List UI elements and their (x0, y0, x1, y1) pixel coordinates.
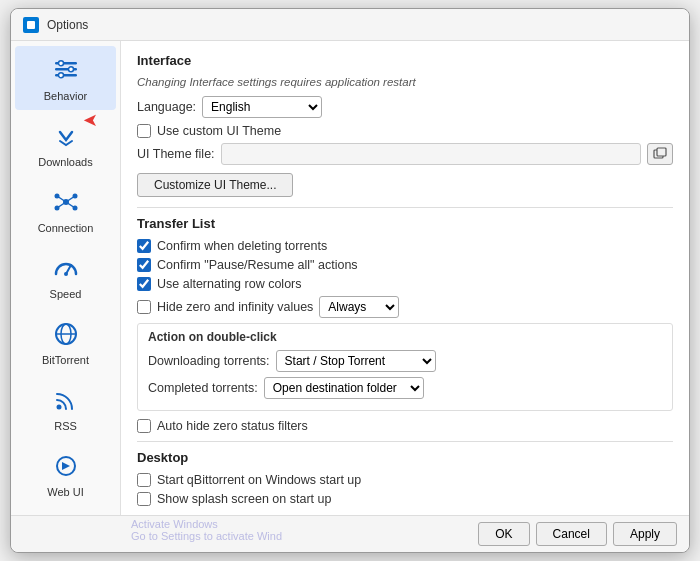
rss-icon (50, 384, 82, 416)
divider-2 (137, 441, 673, 442)
speed-icon (50, 252, 82, 284)
sidebar-label-behavior: Behavior (44, 90, 87, 102)
custom-theme-label[interactable]: Use custom UI Theme (157, 124, 281, 138)
hide-zero-row: Hide zero and infinity values Always (137, 296, 673, 318)
sidebar-label-rss: RSS (54, 420, 77, 432)
options-window: Options Behavior (10, 8, 690, 553)
svg-rect-0 (27, 21, 35, 29)
apply-button[interactable]: Apply (613, 522, 677, 546)
confirm-pause-checkbox[interactable] (137, 258, 151, 272)
show-splash-label[interactable]: Show splash screen on start up (157, 492, 331, 506)
ok-button[interactable]: OK (478, 522, 529, 546)
hide-zero-select[interactable]: Always (319, 296, 399, 318)
svg-line-12 (57, 196, 66, 202)
sidebar-item-downloads[interactable]: Downloads (15, 112, 116, 176)
svg-point-5 (68, 67, 73, 72)
svg-line-15 (66, 202, 75, 208)
sidebar-wrapper: Behavior Downloads (11, 41, 121, 515)
title-bar: Options (11, 9, 689, 41)
sidebar-item-connection[interactable]: Connection (15, 178, 116, 242)
sidebar-label-bittorrent: BitTorrent (42, 354, 89, 366)
interface-notice: Changing Interface settings requires app… (137, 76, 673, 88)
svg-point-21 (56, 405, 61, 410)
sidebar-item-rss[interactable]: RSS (15, 376, 116, 440)
svg-point-6 (58, 73, 63, 78)
window-title: Options (47, 18, 88, 32)
custom-theme-row: Use custom UI Theme (137, 124, 673, 138)
svg-point-4 (58, 61, 63, 66)
sidebar-item-speed[interactable]: Speed (15, 244, 116, 308)
sidebar-item-webui[interactable]: Web UI (15, 442, 116, 506)
auto-hide-checkbox[interactable] (137, 419, 151, 433)
sidebar: Behavior Downloads (11, 41, 121, 515)
desktop-section-title: Desktop (137, 450, 673, 469)
sidebar-label-connection: Connection (38, 222, 94, 234)
custom-theme-checkbox[interactable] (137, 124, 151, 138)
svg-rect-25 (657, 148, 666, 156)
sidebar-item-advanced[interactable]: Advanced (15, 508, 116, 515)
confirm-delete-checkbox[interactable] (137, 239, 151, 253)
app-icon (23, 17, 39, 33)
language-row: Language: English (137, 96, 673, 118)
downloads-icon (50, 120, 82, 152)
auto-hide-label[interactable]: Auto hide zero status filters (157, 419, 308, 433)
alternating-colors-checkbox[interactable] (137, 277, 151, 291)
alternating-colors-row: Use alternating row colors (137, 277, 673, 291)
confirm-delete-label[interactable]: Confirm when deleting torrents (157, 239, 327, 253)
ui-theme-file-row: UI Theme file: (137, 143, 673, 165)
start-qbittorrent-checkbox[interactable] (137, 473, 151, 487)
customize-theme-button[interactable]: Customize UI Theme... (137, 173, 293, 197)
language-select[interactable]: English (202, 96, 322, 118)
action-double-click-title: Action on double-click (148, 330, 662, 344)
ui-theme-file-label: UI Theme file: (137, 147, 215, 161)
footer: Activate WindowsGo to Settings to activa… (11, 515, 689, 552)
hide-zero-label[interactable]: Hide zero and infinity values (157, 300, 313, 314)
start-qbittorrent-label[interactable]: Start qBittorrent on Windows start up (157, 473, 361, 487)
svg-line-14 (57, 202, 66, 208)
downloading-select[interactable]: Start / Stop Torrent (276, 350, 436, 372)
sidebar-item-bittorrent[interactable]: BitTorrent (15, 310, 116, 374)
bittorrent-icon (50, 318, 82, 350)
confirm-pause-label[interactable]: Confirm "Pause/Resume all" actions (157, 258, 358, 272)
language-label: Language: (137, 100, 196, 114)
svg-line-13 (66, 196, 75, 202)
main-panel: Interface Changing Interface settings re… (121, 41, 689, 515)
svg-point-17 (64, 272, 68, 276)
completed-select[interactable]: Open destination folder (264, 377, 424, 399)
confirm-delete-row: Confirm when deleting torrents (137, 239, 673, 253)
downloading-torrents-row: Downloading torrents: Start / Stop Torre… (148, 350, 662, 372)
show-splash-row: Show splash screen on start up (137, 492, 673, 506)
webui-icon (50, 450, 82, 482)
sidebar-label-downloads: Downloads (38, 156, 92, 168)
transfer-list-section-title: Transfer List (137, 216, 673, 235)
completed-label: Completed torrents: (148, 381, 258, 395)
activate-watermark: Activate WindowsGo to Settings to activa… (131, 518, 282, 542)
show-splash-checkbox[interactable] (137, 492, 151, 506)
theme-file-field[interactable] (221, 143, 641, 165)
sidebar-item-behavior[interactable]: Behavior (15, 46, 116, 110)
action-double-click-section: Action on double-click Downloading torre… (137, 323, 673, 411)
connection-icon (50, 186, 82, 218)
cancel-button[interactable]: Cancel (536, 522, 607, 546)
hide-zero-checkbox[interactable] (137, 300, 151, 314)
alternating-colors-label[interactable]: Use alternating row colors (157, 277, 302, 291)
browse-button[interactable] (647, 143, 673, 165)
downloading-label: Downloading torrents: (148, 354, 270, 368)
start-qbittorrent-row: Start qBittorrent on Windows start up (137, 473, 673, 487)
completed-torrents-row: Completed torrents: Open destination fol… (148, 377, 662, 399)
confirm-pause-row: Confirm "Pause/Resume all" actions (137, 258, 673, 272)
sidebar-label-speed: Speed (50, 288, 82, 300)
content-area: Behavior Downloads (11, 41, 689, 515)
interface-section-title: Interface (137, 53, 673, 72)
sidebar-label-webui: Web UI (47, 486, 83, 498)
divider-1 (137, 207, 673, 208)
auto-hide-row: Auto hide zero status filters (137, 419, 673, 433)
behavior-icon (50, 54, 82, 86)
